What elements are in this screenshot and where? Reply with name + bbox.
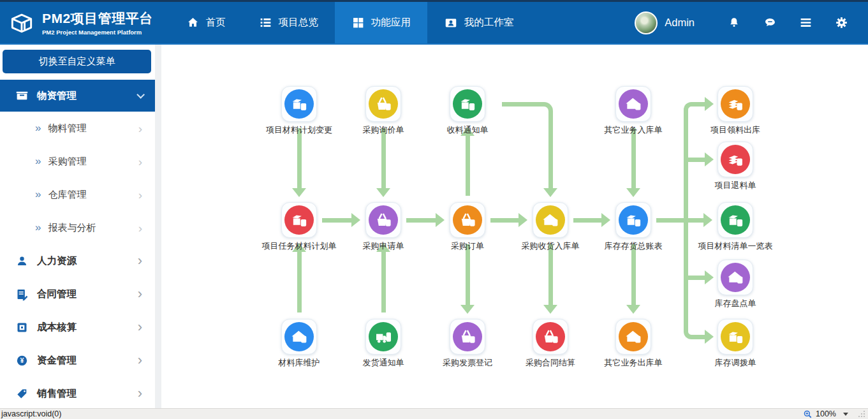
zoom-control[interactable]: 100% — [803, 409, 868, 419]
nav-tab-label: 功能应用 — [371, 16, 411, 29]
sidebar: 切换至自定义菜单 物资管理 » 物料管理 › » 采购管理 › » 仓库管理 ›… — [0, 45, 155, 408]
flow-arrow-line — [381, 128, 386, 188]
message-icon[interactable] — [752, 16, 788, 29]
flow-arrow-line — [688, 158, 705, 162]
chevron-right-icon: › — [138, 254, 142, 268]
flow-arrowhead — [460, 305, 474, 314]
app-subtitle: PM2 Project Management Platform — [42, 29, 153, 36]
flow-arrow-line — [656, 218, 704, 223]
sidebar-scrollbar[interactable] — [155, 45, 161, 408]
sidebar-group-sales[interactable]: 销售管理 › — [0, 377, 155, 410]
box-icon — [726, 328, 745, 346]
contract-icon — [15, 288, 29, 301]
flow-node-label: 库存存货总账表 — [578, 240, 689, 252]
grid-icon — [351, 16, 365, 29]
nav-tab-apps[interactable]: 功能应用 — [335, 2, 427, 43]
main-content: 项目材料计划变更采购询价单收料通知单其它业务入库单项目领料出库项目退料单项目任务… — [161, 45, 868, 408]
flow-node-truck[interactable] — [365, 319, 401, 355]
nav-tab-home[interactable]: 首页 — [170, 2, 242, 43]
bell-icon[interactable] — [716, 17, 752, 29]
flow-arrowhead — [626, 188, 640, 197]
flow-node-basket[interactable] — [533, 319, 568, 355]
flow-arrowhead — [292, 188, 306, 197]
flow-node-box[interactable] — [450, 86, 485, 122]
nav-tab-label: 项目总览 — [279, 16, 318, 29]
sidebar-group-materials[interactable]: 物资管理 — [0, 80, 155, 112]
chevron-right-icon: › — [138, 122, 142, 135]
flow-node-label: 库存盘点单 — [680, 298, 791, 309]
double-chevron-icon: » — [35, 155, 41, 168]
flow-node-stack[interactable] — [717, 86, 753, 122]
flow-node-house[interactable] — [717, 260, 753, 295]
basket-icon — [459, 328, 477, 346]
flow-node-house[interactable] — [615, 319, 651, 355]
flow-node-house[interactable] — [615, 86, 651, 122]
menu-icon[interactable] — [788, 16, 823, 29]
navbar-right: Admin — [635, 2, 868, 43]
flow-arrowhead — [436, 213, 445, 227]
sidebar-subitem-label: 仓库管理 — [48, 189, 86, 201]
chevron-right-icon: › — [138, 386, 142, 401]
flow-node-basket[interactable] — [450, 202, 485, 238]
flow-arrowhead — [519, 213, 527, 227]
sidebar-groups: 人力资源 › 合同管理 › 成本核算 › ¥ — [0, 244, 155, 410]
flow-arrow-line — [631, 128, 636, 188]
flow-arrow-line — [406, 218, 436, 223]
brand-text: PM2项目管理平台 PM2 Project Management Platfor… — [42, 10, 153, 36]
flow-node-box[interactable] — [281, 86, 317, 122]
flow-arrow-line — [695, 335, 705, 339]
sidebar-subitem-purchase-mgmt[interactable]: » 采购管理 › — [0, 145, 155, 178]
materials-box-icon — [15, 89, 29, 103]
flow-arrowhead — [705, 97, 714, 111]
flow-node-label: 项目退料单 — [680, 180, 791, 191]
flow-node-house[interactable] — [533, 202, 568, 238]
flow-arrowhead — [376, 188, 390, 197]
sidebar-subitem-material-mgmt[interactable]: » 物料管理 › — [0, 112, 155, 145]
box-icon — [726, 211, 745, 230]
flow-canvas: 项目材料计划变更采购询价单收料通知单其它业务入库单项目领料出库项目退料单项目任务… — [161, 45, 868, 408]
sidebar-subitem-warehouse-mgmt[interactable]: » 仓库管理 › — [0, 178, 155, 211]
flow-arrow-line — [322, 218, 352, 223]
nav-tab-project-overview[interactable]: 项目总览 — [242, 2, 335, 43]
safe-icon — [15, 321, 29, 334]
sidebar-group-hr[interactable]: 人力资源 › — [0, 244, 155, 277]
box-icon — [290, 95, 309, 114]
truck-icon — [374, 328, 393, 346]
browser-statusbar: javascript:void(0) 100% — [0, 408, 868, 419]
settings-icon[interactable] — [823, 16, 859, 29]
house-icon — [290, 328, 309, 346]
nav-tab-label: 我的工作室 — [464, 16, 514, 29]
box-icon — [459, 95, 477, 114]
sidebar-subitem-reports-analysis[interactable]: » 报表与分析 › — [0, 211, 155, 244]
sidebar-group-contracts[interactable]: 合同管理 › — [0, 277, 155, 311]
box-icon — [624, 211, 643, 230]
chevron-right-icon: › — [138, 320, 142, 334]
switch-menu-button[interactable]: 切换至自定义菜单 — [3, 50, 151, 73]
flow-node-box[interactable] — [615, 202, 651, 238]
stack-icon — [726, 95, 745, 114]
avatar[interactable] — [635, 11, 658, 34]
flow-arrow-line — [381, 251, 386, 312]
flow-node-basket[interactable] — [365, 86, 401, 122]
flow-node-box[interactable] — [717, 319, 753, 355]
flow-node-house[interactable] — [281, 319, 317, 355]
flow-arrow-line — [684, 114, 688, 327]
brand[interactable]: PM2项目管理平台 PM2 Project Management Platfor… — [0, 2, 170, 43]
top-navbar: PM2项目管理平台 PM2 Project Management Platfor… — [0, 2, 868, 45]
house-icon — [541, 211, 560, 230]
flow-node-basket[interactable] — [450, 319, 485, 355]
sidebar-group-funds[interactable]: ¥ 资金管理 › — [0, 344, 155, 377]
flow-arrow-line — [688, 276, 705, 280]
sidebar-group-costing[interactable]: 成本核算 › — [0, 311, 155, 344]
flow-node-basket[interactable] — [365, 202, 401, 238]
basket-icon — [541, 328, 560, 346]
basket-icon — [374, 95, 393, 114]
resize-grip[interactable] — [858, 410, 865, 418]
flow-node-box[interactable] — [717, 202, 753, 238]
flow-node-label: 其它业务出库单 — [578, 357, 689, 369]
nav-tab-workspace[interactable]: 我的工作室 — [427, 2, 531, 43]
flow-node-stack[interactable] — [717, 142, 753, 177]
list-icon — [259, 16, 272, 29]
basket-icon — [374, 211, 393, 230]
flow-node-box[interactable] — [281, 202, 317, 238]
